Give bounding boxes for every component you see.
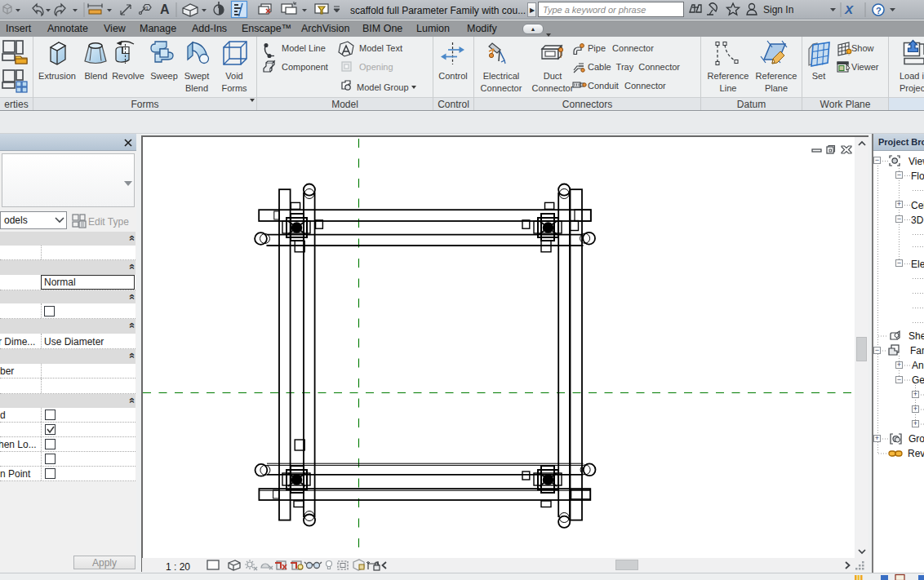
svg-text:1: 1	[146, 6, 149, 11]
svg-text:?: ?	[876, 6, 882, 15]
svg-text:X: X	[844, 2, 854, 16]
svg-text:A: A	[160, 2, 170, 16]
svg-text:Sign In: Sign In	[763, 4, 793, 15]
